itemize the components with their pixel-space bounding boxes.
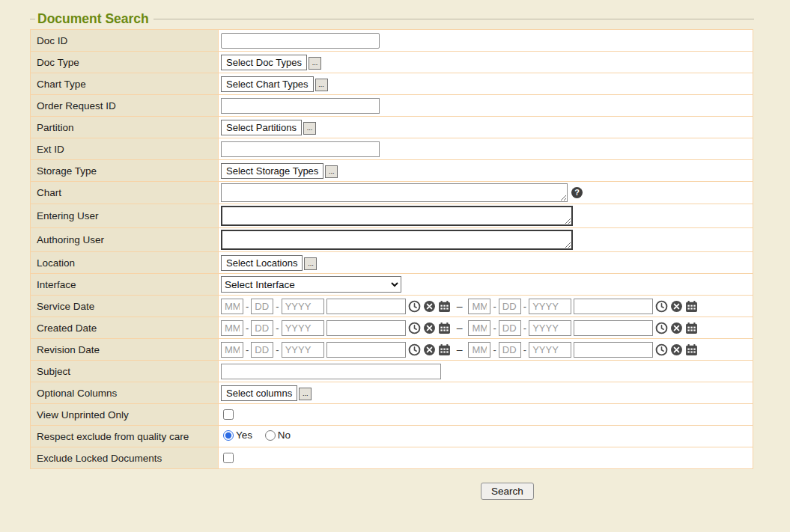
service-date-from-aux-input[interactable]	[326, 299, 406, 314]
revision-date-from-day-input[interactable]	[251, 342, 273, 358]
row-subject: Subject	[31, 361, 753, 382]
service-date-to-aux-input[interactable]	[574, 299, 653, 314]
partition-more-button[interactable]: ...	[303, 122, 316, 135]
date-field-separator: -	[246, 344, 249, 355]
doc-type-label: Doc Type	[31, 52, 219, 73]
date-field-separator: -	[246, 322, 249, 334]
date-range-separator: –	[457, 343, 463, 355]
clear-icon[interactable]	[423, 300, 436, 313]
respect-exclude-yes-option[interactable]: Yes	[221, 429, 252, 441]
view-unprinted-only-checkbox[interactable]	[223, 409, 234, 420]
doc-type-more-button[interactable]: ...	[309, 57, 321, 70]
storage-type-more-button[interactable]: ...	[325, 165, 338, 178]
row-revision-date: Revision Date - - – - -	[31, 339, 753, 361]
revision-date-to-year-input[interactable]	[529, 342, 571, 358]
optional-columns-select-button[interactable]: Select columns	[221, 385, 297, 401]
subject-label: Subject	[31, 361, 219, 382]
revision-date-to-month-input[interactable]	[468, 342, 490, 358]
row-interface: Interface Select Interface	[31, 274, 753, 296]
row-ext-id: Ext ID	[31, 138, 753, 160]
date-field-separator: -	[493, 322, 496, 334]
clock-icon[interactable]	[408, 322, 421, 334]
calendar-icon[interactable]	[685, 322, 698, 334]
created-date-from-day-input[interactable]	[251, 320, 273, 336]
doc-id-label: Doc ID	[31, 30, 219, 52]
clock-icon[interactable]	[655, 343, 668, 356]
clock-icon[interactable]	[408, 300, 421, 313]
calendar-icon[interactable]	[438, 343, 451, 356]
ext-id-input[interactable]	[221, 141, 380, 157]
revision-date-from-month-input[interactable]	[221, 342, 243, 358]
revision-date-from-year-input[interactable]	[282, 342, 324, 358]
clear-icon[interactable]	[670, 322, 683, 334]
created-date-to-aux-input[interactable]	[574, 320, 653, 336]
created-date-from-month-input[interactable]	[221, 320, 243, 336]
interface-select[interactable]: Select Interface	[221, 276, 401, 293]
service-date-from-month-input[interactable]	[221, 299, 243, 314]
revision-date-to-aux-input[interactable]	[574, 342, 653, 358]
revision-date-from-aux-input[interactable]	[326, 342, 406, 358]
created-date-range: - - – - -	[221, 320, 750, 336]
row-service-date: Service Date - - – - -	[31, 296, 753, 317]
clear-icon[interactable]	[670, 343, 683, 356]
subject-input[interactable]	[221, 364, 441, 379]
clock-icon[interactable]	[655, 322, 668, 334]
service-date-to-day-input[interactable]	[499, 299, 521, 314]
service-date-to-month-input[interactable]	[468, 299, 490, 314]
page-title: Document Search	[35, 11, 154, 27]
ext-id-label: Ext ID	[31, 138, 219, 160]
calendar-icon[interactable]	[685, 300, 698, 313]
clear-icon[interactable]	[423, 343, 436, 356]
calendar-icon[interactable]	[438, 300, 451, 313]
date-field-separator: -	[246, 301, 249, 312]
row-optional-columns: Optional Columns Select columns...	[31, 382, 753, 404]
date-field-separator: -	[523, 322, 526, 334]
fieldset-border-left	[30, 19, 35, 19]
chart-textarea[interactable]	[221, 183, 568, 202]
document-search-panel: Document Search Doc ID Doc Type Select D…	[30, 10, 754, 500]
created-date-label: Created Date	[31, 317, 219, 339]
respect-exclude-no-radio[interactable]	[265, 430, 276, 441]
created-date-from-aux-input[interactable]	[326, 320, 406, 336]
partition-select-button[interactable]: Select Partitions	[221, 120, 302, 135]
row-authoring-user: Authoring User	[31, 228, 753, 252]
clear-icon[interactable]	[423, 322, 436, 334]
chart-type-select-button[interactable]: Select Chart Types	[221, 76, 314, 92]
search-button[interactable]: Search	[481, 483, 534, 500]
created-date-from-year-input[interactable]	[282, 320, 324, 336]
calendar-icon[interactable]	[685, 343, 698, 356]
doc-id-input[interactable]	[221, 33, 380, 49]
location-more-button[interactable]: ...	[304, 257, 317, 270]
optional-columns-more-button[interactable]: ...	[299, 388, 312, 400]
exclude-locked-checkbox[interactable]	[223, 453, 234, 463]
clock-icon[interactable]	[655, 300, 668, 313]
respect-exclude-yes-radio[interactable]	[223, 430, 234, 441]
created-date-to-year-input[interactable]	[529, 320, 571, 336]
row-doc-id: Doc ID	[31, 30, 753, 52]
respect-exclude-no-label: No	[278, 429, 291, 441]
service-date-from-day-input[interactable]	[251, 299, 273, 314]
row-exclude-locked: Exclude Locked Documents	[31, 447, 753, 469]
created-date-to-day-input[interactable]	[499, 320, 521, 336]
entering-user-textarea[interactable]	[221, 206, 573, 226]
doc-type-select-button[interactable]: Select Doc Types	[221, 55, 307, 70]
row-order-request-id: Order Request ID	[31, 95, 753, 117]
location-select-button[interactable]: Select Locations	[221, 255, 303, 271]
created-date-to-month-input[interactable]	[468, 320, 490, 336]
calendar-icon[interactable]	[438, 322, 451, 334]
order-request-id-input[interactable]	[221, 98, 380, 114]
row-entering-user: Entering User	[31, 204, 753, 228]
revision-date-to-day-input[interactable]	[499, 342, 521, 358]
help-icon[interactable]: ?	[571, 187, 583, 198]
clear-icon[interactable]	[670, 300, 683, 313]
authoring-user-textarea[interactable]	[221, 230, 573, 250]
respect-exclude-no-option[interactable]: No	[263, 429, 291, 441]
chart-type-more-button[interactable]: ...	[315, 79, 328, 91]
service-date-to-year-input[interactable]	[529, 299, 571, 314]
service-date-from-year-input[interactable]	[282, 299, 324, 314]
date-field-separator: -	[493, 344, 496, 355]
entering-user-label: Entering User	[31, 204, 219, 228]
row-doc-type: Doc Type Select Doc Types...	[31, 52, 753, 73]
storage-type-select-button[interactable]: Select Storage Types	[221, 163, 323, 179]
clock-icon[interactable]	[408, 343, 421, 356]
